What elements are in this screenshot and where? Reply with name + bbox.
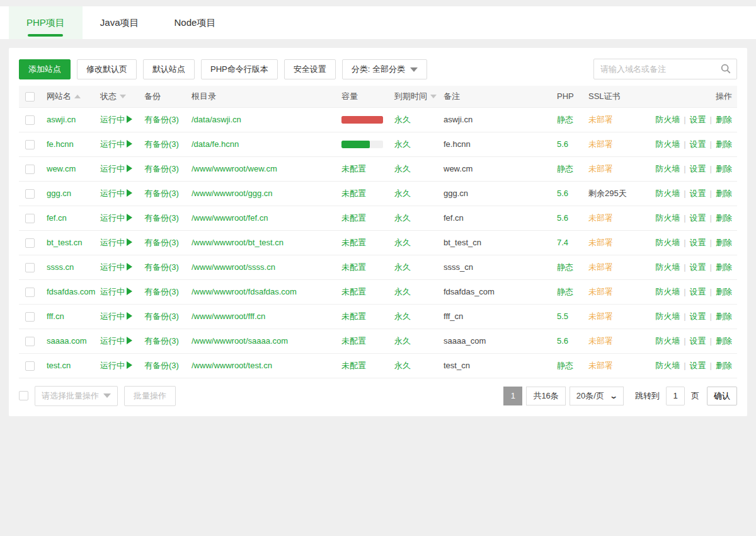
site-status[interactable]: 运行中	[100, 139, 132, 149]
site-name-link[interactable]: wew.cm	[47, 164, 76, 173]
backup-link[interactable]: 有备份(3)	[144, 312, 179, 321]
backup-link[interactable]: 有备份(3)	[144, 115, 179, 124]
site-remark[interactable]: bt_test_cn	[444, 238, 481, 247]
php-version-link[interactable]: 5.6	[557, 189, 568, 198]
site-remark[interactable]: fef.cn	[444, 213, 464, 223]
capacity-unset-link[interactable]: 未配置	[341, 361, 366, 370]
backup-link[interactable]: 有备份(3)	[144, 262, 179, 272]
category-filter-dropdown[interactable]: 分类: 全部分类	[342, 59, 427, 79]
site-remark[interactable]: saaaa_com	[444, 336, 486, 346]
root-path-link[interactable]: /www/wwwroot/fff.cn	[192, 312, 265, 321]
site-name-link[interactable]: fe.hcnn	[47, 139, 74, 149]
root-path-link[interactable]: /www/wwwroot/fdsafdas.com	[192, 287, 297, 296]
settings-link[interactable]: 设置	[690, 164, 706, 173]
capacity-bar[interactable]	[341, 141, 383, 148]
expire-time[interactable]: 永久	[394, 139, 411, 149]
php-version-link[interactable]: 静态	[557, 262, 573, 272]
firewall-link[interactable]: 防火墙	[655, 238, 680, 247]
delete-link[interactable]: 删除	[716, 115, 732, 124]
row-checkbox[interactable]	[25, 165, 35, 174]
modify-default-page-button[interactable]: 修改默认页	[77, 59, 137, 79]
site-name-link[interactable]: test.cn	[47, 361, 71, 370]
site-name-link[interactable]: ssss.cn	[47, 262, 74, 272]
search-icon[interactable]	[720, 63, 731, 74]
page-size-select[interactable]: 20条/页 ⌄	[570, 387, 624, 405]
backup-link[interactable]: 有备份(3)	[144, 238, 179, 247]
site-remark[interactable]: fdsafdas_com	[444, 287, 495, 296]
site-name-link[interactable]: fef.cn	[47, 213, 67, 223]
firewall-link[interactable]: 防火墙	[655, 189, 680, 198]
firewall-link[interactable]: 防火墙	[655, 287, 680, 296]
tab-java[interactable]: Java项目	[83, 6, 157, 39]
header-status[interactable]: 状态	[98, 86, 142, 107]
delete-link[interactable]: 删除	[716, 189, 732, 198]
expire-time[interactable]: 永久	[394, 336, 411, 346]
site-status[interactable]: 运行中	[100, 164, 132, 173]
ssl-status-link[interactable]: 未部署	[588, 361, 613, 370]
add-site-button[interactable]: 添加站点	[19, 59, 71, 79]
settings-link[interactable]: 设置	[690, 312, 706, 321]
expire-time[interactable]: 永久	[394, 361, 411, 370]
expire-time[interactable]: 永久	[394, 189, 411, 198]
site-status[interactable]: 运行中	[100, 189, 132, 198]
row-checkbox[interactable]	[25, 337, 35, 346]
backup-link[interactable]: 有备份(3)	[144, 336, 179, 346]
ssl-status-link[interactable]: 未部署	[588, 213, 613, 223]
firewall-link[interactable]: 防火墙	[655, 336, 680, 346]
site-remark[interactable]: wew.cm	[444, 164, 472, 173]
firewall-link[interactable]: 防火墙	[655, 115, 680, 124]
row-checkbox[interactable]	[25, 214, 35, 223]
ssl-status-link[interactable]: 未部署	[588, 238, 613, 247]
php-version-link[interactable]: 静态	[557, 287, 573, 296]
row-checkbox[interactable]	[25, 115, 35, 125]
header-site[interactable]: 网站名	[44, 86, 98, 107]
capacity-unset-link[interactable]: 未配置	[341, 189, 366, 198]
capacity-unset-link[interactable]: 未配置	[341, 312, 366, 321]
ssl-status-link[interactable]: 剩余295天	[588, 189, 627, 198]
php-version-link[interactable]: 静态	[557, 164, 573, 173]
backup-link[interactable]: 有备份(3)	[144, 287, 179, 296]
ssl-status-link[interactable]: 未部署	[588, 336, 613, 346]
root-path-link[interactable]: /data/aswji.cn	[192, 115, 241, 124]
backup-link[interactable]: 有备份(3)	[144, 189, 179, 198]
header-expire[interactable]: 到期时间	[392, 86, 441, 107]
root-path-link[interactable]: /www/wwwroot/wew.cm	[192, 164, 277, 173]
expire-time[interactable]: 永久	[394, 164, 411, 173]
php-version-link[interactable]: 静态	[557, 361, 573, 370]
php-cli-version-button[interactable]: PHP命令行版本	[201, 59, 278, 79]
root-path-link[interactable]: /www/wwwroot/fef.cn	[192, 213, 268, 223]
site-remark[interactable]: ssss_cn	[444, 262, 473, 272]
settings-link[interactable]: 设置	[690, 115, 706, 124]
root-path-link[interactable]: /www/wwwroot/saaaa.com	[192, 336, 288, 346]
site-status[interactable]: 运行中	[100, 115, 132, 124]
tab-php[interactable]: PHP项目	[9, 6, 83, 39]
site-remark[interactable]: ggg.cn	[444, 189, 468, 198]
site-name-link[interactable]: bt_test.cn	[47, 238, 82, 247]
backup-link[interactable]: 有备份(3)	[144, 139, 179, 149]
delete-link[interactable]: 删除	[716, 312, 732, 321]
capacity-unset-link[interactable]: 未配置	[341, 287, 366, 296]
site-status[interactable]: 运行中	[100, 336, 132, 346]
row-checkbox[interactable]	[25, 263, 35, 272]
settings-link[interactable]: 设置	[690, 262, 706, 272]
site-name-link[interactable]: saaaa.com	[47, 336, 87, 346]
delete-link[interactable]: 删除	[716, 287, 732, 296]
row-checkbox[interactable]	[25, 361, 35, 371]
batch-action-dropdown[interactable]: 请选择批量操作	[35, 386, 118, 406]
root-path-link[interactable]: /www/wwwroot/ssss.cn	[192, 262, 275, 272]
site-status[interactable]: 运行中	[100, 238, 132, 247]
settings-link[interactable]: 设置	[690, 238, 706, 247]
expire-time[interactable]: 永久	[394, 115, 411, 124]
row-checkbox[interactable]	[25, 288, 35, 297]
ssl-status-link[interactable]: 未部署	[588, 164, 613, 173]
default-site-button[interactable]: 默认站点	[143, 59, 195, 79]
site-status[interactable]: 运行中	[100, 361, 132, 370]
site-remark[interactable]: aswji.cn	[444, 115, 472, 124]
capacity-bar[interactable]	[341, 116, 383, 124]
site-name-link[interactable]: aswji.cn	[47, 115, 76, 124]
php-version-link[interactable]: 5.6	[557, 336, 568, 346]
delete-link[interactable]: 删除	[716, 213, 732, 223]
capacity-unset-link[interactable]: 未配置	[341, 238, 366, 247]
delete-link[interactable]: 删除	[716, 238, 732, 247]
site-remark[interactable]: test_cn	[444, 361, 470, 370]
